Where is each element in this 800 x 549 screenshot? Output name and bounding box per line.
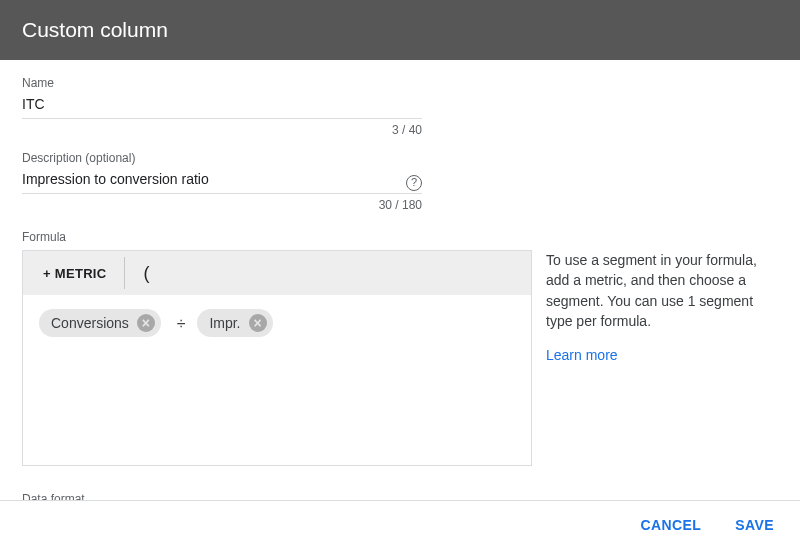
- dialog-title: Custom column: [22, 18, 168, 41]
- learn-more-link[interactable]: Learn more: [546, 345, 618, 365]
- description-input[interactable]: [22, 167, 422, 194]
- name-input[interactable]: [22, 92, 422, 119]
- dialog-content: Name 3 / 40 Description (optional) ? 30 …: [0, 60, 800, 500]
- chip-remove-icon[interactable]: ×: [249, 314, 267, 332]
- metric-chip-conversions[interactable]: Conversions ×: [39, 309, 161, 337]
- custom-column-dialog: Custom column Name 3 / 40 Description (o…: [0, 0, 800, 549]
- formula-editor[interactable]: Conversions × ÷ Impr. ×: [23, 295, 531, 465]
- description-help-icon[interactable]: ?: [406, 173, 422, 191]
- name-counter: 3 / 40: [22, 123, 422, 137]
- chip-label: Conversions: [51, 315, 129, 331]
- formula-toolbar: + METRIC (: [23, 251, 531, 295]
- formula-help-text: To use a segment in your formula, add a …: [546, 250, 778, 331]
- metric-chip-impr[interactable]: Impr. ×: [197, 309, 272, 337]
- toolbar-separator: [124, 257, 125, 289]
- chip-remove-icon[interactable]: ×: [137, 314, 155, 332]
- chip-label: Impr.: [209, 315, 240, 331]
- help-icon: ?: [406, 175, 422, 191]
- add-metric-button[interactable]: + METRIC: [29, 251, 120, 295]
- paren-open-button[interactable]: (: [129, 251, 163, 295]
- formula-help-panel: To use a segment in your formula, add a …: [546, 250, 778, 365]
- name-field-label: Name: [22, 76, 422, 90]
- formula-label: Formula: [22, 230, 778, 244]
- formula-row: + METRIC ( Conversions × ÷ Impr. ×: [22, 250, 778, 466]
- formula-box: + METRIC ( Conversions × ÷ Impr. ×: [22, 250, 532, 466]
- operator-token[interactable]: ÷: [177, 315, 186, 333]
- description-counter: 30 / 180: [22, 198, 422, 212]
- dialog-titlebar: Custom column: [0, 0, 800, 60]
- description-field-label: Description (optional): [22, 151, 422, 165]
- name-field-block: Name 3 / 40: [22, 76, 422, 137]
- cancel-button[interactable]: CANCEL: [633, 511, 710, 539]
- dialog-footer: CANCEL SAVE: [0, 500, 800, 549]
- data-format-label: Data format: [22, 492, 778, 500]
- save-button[interactable]: SAVE: [727, 511, 782, 539]
- description-field-block: Description (optional) ? 30 / 180: [22, 151, 422, 212]
